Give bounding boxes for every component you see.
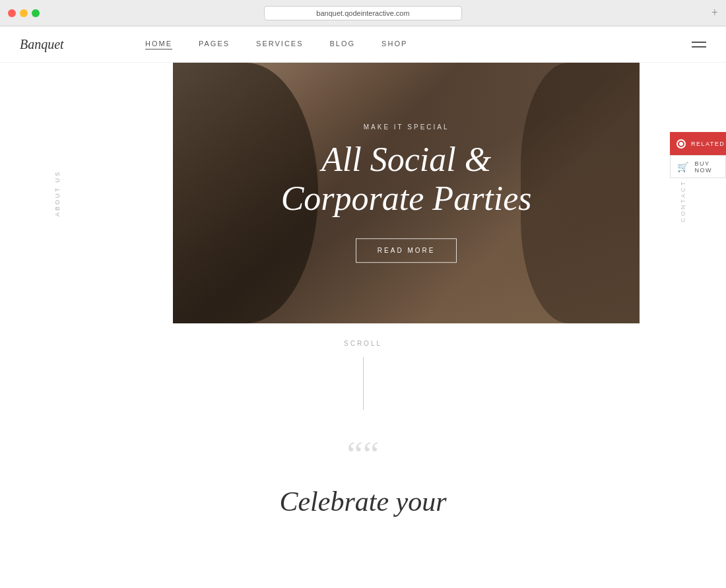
figure-right [521, 63, 640, 323]
buy-now-label: BUY NOW [695, 160, 719, 174]
about-us-label: ABOUT US [54, 170, 61, 216]
minimize-button[interactable] [20, 9, 28, 17]
cart-icon: 🛒 [677, 162, 690, 172]
nav-pages[interactable]: PAGES [199, 40, 230, 49]
scroll-label: SCROLL [344, 340, 382, 347]
hero-title: All Social & Corporate Parties [281, 140, 532, 219]
related-icon [676, 139, 686, 148]
navigation: Banquet HOME PAGES SERVICES BLOG SHOP [0, 26, 726, 63]
nav-home[interactable]: HOME [145, 40, 172, 49]
related-dot [679, 142, 683, 146]
url-text: banquet.qodeinteractive.com [316, 9, 409, 17]
maximize-button[interactable] [32, 9, 40, 17]
quote-section: ““ Celebrate your [0, 416, 726, 524]
website-container: Banquet HOME PAGES SERVICES BLOG SHOP AB… [0, 26, 726, 588]
close-button[interactable] [8, 9, 16, 17]
quote-marks: ““ [347, 436, 380, 473]
hamburger-line-1 [692, 42, 706, 43]
hamburger-line-2 [692, 46, 706, 48]
nav-services[interactable]: SERVICES [256, 40, 303, 49]
quote-text: Celebrate your [279, 486, 446, 517]
site-logo[interactable]: Banquet [20, 37, 106, 52]
new-tab-button[interactable]: + [711, 6, 718, 20]
scroll-line [363, 357, 364, 410]
address-bar[interactable]: banquet.qodeinteractive.com [264, 6, 462, 20]
browser-chrome: banquet.qodeinteractive.com + [0, 0, 726, 26]
traffic-lights [8, 9, 40, 17]
related-label: RELATED [691, 141, 725, 147]
nav-links: HOME PAGES SERVICES BLOG SHOP [145, 40, 407, 49]
hero-cta-button[interactable]: READ MORE [356, 238, 457, 263]
nav-blog[interactable]: BLOG [330, 40, 356, 49]
related-button[interactable]: RELATED [670, 132, 726, 155]
hero-section: MAKE IT SPECIAL All Social & Corporate P… [173, 63, 640, 323]
hero-content: MAKE IT SPECIAL All Social & Corporate P… [281, 123, 532, 263]
buy-now-button[interactable]: 🛒 BUY NOW [670, 155, 726, 178]
hamburger-menu[interactable] [692, 42, 706, 48]
nav-shop[interactable]: SHOP [381, 40, 407, 49]
hero-title-line1: All Social & [321, 141, 491, 178]
scroll-section: SCROLL [0, 323, 726, 416]
right-sidebar: CONTACT US [640, 63, 726, 323]
hero-title-line2: Corporate Parties [281, 180, 532, 218]
float-buttons: RELATED 🛒 BUY NOW [670, 132, 726, 178]
main-content: ABOUT US MAKE IT SPECIAL All Social & Co… [0, 63, 726, 323]
hero-subtitle: MAKE IT SPECIAL [281, 123, 532, 131]
